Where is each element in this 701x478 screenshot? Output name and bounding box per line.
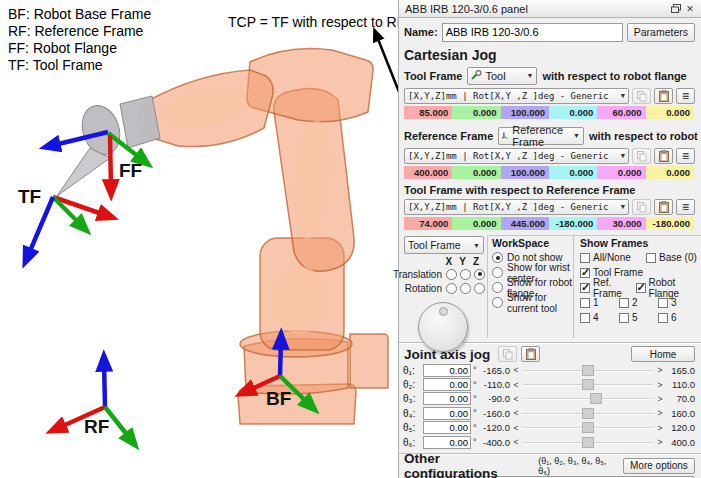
panel-titlebar[interactable]: ABB IRB 120-3/0.6 panel ✕ [399, 0, 701, 18]
frame-3-checkbox[interactable] [658, 298, 668, 308]
pose-field-y[interactable]: 0.000 [452, 217, 500, 230]
home-button[interactable]: Home [631, 346, 695, 362]
show-frames-checkbox-item[interactable]: Robot Flange [636, 277, 697, 299]
joint-value-input[interactable] [423, 364, 471, 377]
frame-6-checkbox[interactable] [658, 313, 668, 323]
pose-menu-button[interactable]: ≡ [676, 88, 695, 104]
joint-slider[interactable] [522, 365, 654, 376]
paste-joints-button[interactable] [521, 346, 540, 362]
jog-knob[interactable] [418, 302, 468, 352]
paste-pose-button[interactable] [654, 199, 673, 215]
joint-slider[interactable] [522, 379, 654, 390]
show-frames-checkbox-item[interactable]: 1 [580, 297, 619, 308]
joint-slider[interactable] [522, 437, 654, 448]
pose-field-z[interactable]: 100.000 [501, 106, 549, 119]
show-frames-checkbox-item[interactable]: All/None [580, 252, 646, 263]
translation-y-radio[interactable] [460, 269, 471, 280]
3d-viewport[interactable]: BF: Robot Base Frame RF: Reference Frame… [0, 0, 398, 478]
reference-frame-combo[interactable]: Reference Frame ▼ [498, 127, 584, 145]
joint-slider-handle[interactable] [582, 379, 594, 390]
pose-field-ry[interactable]: 30.000 [597, 217, 645, 230]
joint-value-input[interactable] [423, 378, 471, 391]
jog-frame-combo[interactable]: Tool Frame ▼ [404, 236, 484, 254]
show-frames-checkbox-item[interactable]: 2 [619, 297, 658, 308]
show-frames-checkbox-item[interactable]: Ref. Frame [580, 277, 636, 299]
joint-increment-arrow[interactable]: > [656, 437, 664, 447]
joint-increment-arrow[interactable]: > [656, 394, 664, 404]
translation-x-radio[interactable] [446, 269, 457, 280]
pose-field-x[interactable]: 85.000 [404, 106, 452, 119]
pose-menu-button[interactable]: ≡ [676, 148, 695, 164]
copy-pose-button[interactable] [632, 88, 651, 104]
float-panel-button[interactable] [669, 2, 683, 15]
copy-joints-button[interactable] [498, 346, 517, 362]
joint-decrement-arrow[interactable]: < [512, 437, 520, 447]
pose-field-y[interactable]: 0.000 [452, 166, 500, 179]
pose-field-rz[interactable]: -180.000 [646, 217, 694, 230]
joint-slider[interactable] [522, 408, 654, 419]
joint-decrement-arrow[interactable]: < [512, 380, 520, 390]
pose-field-x[interactable]: 74.000 [404, 217, 452, 230]
pose-field-x[interactable]: 400.000 [404, 166, 452, 179]
frame-2-checkbox[interactable] [619, 298, 629, 308]
joint-decrement-arrow[interactable]: < [512, 394, 520, 404]
robot-flange-checkbox[interactable] [636, 283, 646, 293]
show-frames-checkbox-item[interactable]: Base (0) [646, 252, 697, 263]
joint-slider-handle[interactable] [582, 365, 594, 376]
joint-decrement-arrow[interactable]: < [512, 423, 520, 433]
pose-field-rz[interactable]: 0.000 [646, 106, 694, 119]
paste-pose-button[interactable] [654, 88, 673, 104]
pose-field-z[interactable]: 445.000 [501, 217, 549, 230]
show-frames-checkbox-item[interactable]: 6 [658, 312, 697, 323]
show-frames-checkbox-item[interactable]: 5 [619, 312, 658, 323]
pose-field-ry[interactable]: 0.000 [597, 166, 645, 179]
frame-1-checkbox[interactable] [580, 298, 590, 308]
pose-menu-button[interactable]: ≡ [676, 199, 695, 215]
translation-z-radio[interactable] [474, 269, 485, 280]
workspace-radio[interactable] [492, 252, 503, 263]
paste-pose-button[interactable] [654, 148, 673, 164]
joint-slider[interactable] [522, 422, 654, 433]
frame-4-checkbox[interactable] [580, 313, 590, 323]
joint-slider-handle[interactable] [582, 408, 594, 419]
rotation-y-radio[interactable] [460, 283, 471, 294]
copy-pose-button[interactable] [632, 199, 651, 215]
joint-increment-arrow[interactable]: > [656, 408, 664, 418]
tool-frame-combo[interactable]: Tool ▼ [467, 67, 537, 85]
pose-field-rz[interactable]: 0.000 [646, 166, 694, 179]
joint-decrement-arrow[interactable]: < [512, 365, 520, 375]
joint-value-input[interactable] [423, 436, 471, 449]
pose-format-combo[interactable]: [X,Y,Z]mm | Rot[X,Y ,Z ]deg - Generic ▼ [404, 148, 629, 164]
pose-field-rx[interactable]: -180.000 [549, 217, 597, 230]
joint-increment-arrow[interactable]: > [656, 380, 664, 390]
pose-field-z[interactable]: 100.000 [501, 166, 549, 179]
workspace-radio[interactable] [492, 282, 503, 293]
workspace-radio[interactable] [492, 267, 503, 278]
show-frames-checkbox-item[interactable]: 4 [580, 312, 619, 323]
name-input[interactable] [442, 23, 623, 42]
joint-increment-arrow[interactable]: > [656, 365, 664, 375]
pose-field-ry[interactable]: 60.000 [597, 106, 645, 119]
copy-pose-button[interactable] [632, 148, 651, 164]
joint-slider-handle[interactable] [590, 393, 602, 404]
more-options-button[interactable]: More options [623, 458, 695, 474]
pose-format-combo[interactable]: [X,Y,Z]mm | Rot[X,Y ,Z ]deg - Generic ▼ [404, 199, 629, 215]
tool-frame-checkbox[interactable] [580, 268, 590, 278]
joint-value-input[interactable] [423, 407, 471, 420]
base-checkbox[interactable] [646, 253, 656, 263]
workspace-option[interactable]: Show for current tool [492, 295, 573, 310]
parameters-button[interactable]: Parameters [627, 23, 695, 42]
frame-5-checkbox[interactable] [619, 313, 629, 323]
joint-slider-handle[interactable] [582, 422, 594, 433]
joint-decrement-arrow[interactable]: < [512, 408, 520, 418]
joint-slider-handle[interactable] [582, 437, 594, 448]
ref-frame-checkbox[interactable] [580, 283, 590, 293]
joint-value-input[interactable] [423, 392, 471, 405]
joint-slider[interactable] [522, 393, 654, 404]
pose-format-combo[interactable]: [X,Y,Z]mm | Rot[X,Y ,Z ]deg - Generic ▼ [404, 88, 629, 104]
all-none-checkbox[interactable] [580, 253, 590, 263]
workspace-radio[interactable] [492, 297, 503, 308]
pose-field-rx[interactable]: 0.000 [549, 106, 597, 119]
rotation-x-radio[interactable] [446, 283, 457, 294]
show-frames-checkbox-item[interactable]: 3 [658, 297, 697, 308]
